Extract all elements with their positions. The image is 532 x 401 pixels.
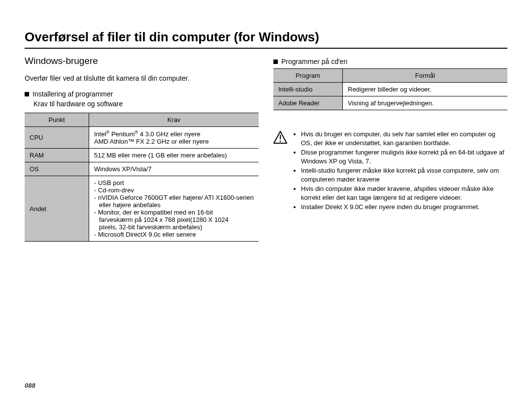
progs-header-purpose: Formål xyxy=(343,69,508,83)
list-item: Disse programmer fungerer muligvis ikke … xyxy=(301,148,507,165)
other-line: pixels, 32-bit farveskærm anbefales) xyxy=(94,223,254,231)
req-ram-label: RAM xyxy=(25,149,89,162)
page-number: 088 xyxy=(25,382,35,389)
cpu-spec: 4 3.0 GHz eller nyere xyxy=(138,130,200,138)
other-line: - Microsoft DirectX 9.0c eller senere xyxy=(94,231,254,238)
left-column: Windows-brugere Overfør filer ved at til… xyxy=(25,56,259,242)
table-row: CPU Intel® Pentium® 4 3.0 GHz eller nyer… xyxy=(25,127,259,149)
section-programs-on-cd: Programmer på cd'en xyxy=(273,58,507,65)
req-other-label: Andet xyxy=(25,176,89,242)
table-row: RAM 512 MB eller mere (1 GB eller mere a… xyxy=(25,149,259,162)
req-other-value: - USB port - Cd-rom-drev - nVIDIA Geforc… xyxy=(89,176,259,242)
svg-point-2 xyxy=(280,141,281,142)
other-line: farveskærm på 1024 x 768 pixel(1280 X 10… xyxy=(94,216,254,223)
table-header-row: Program Formål xyxy=(273,69,507,83)
warning-list: Hvis du bruger en computer, du selv har … xyxy=(293,130,507,213)
req-header-item: Punkt xyxy=(25,113,89,127)
requirements-table: Punkt Krav CPU Intel® Pentium® 4 3.0 GHz… xyxy=(25,113,259,242)
subtitle: Windows-brugere xyxy=(25,56,259,66)
other-line: - Cd-rom-drev xyxy=(94,186,254,194)
other-line: - Monitor, der er kompatibel med en 16-b… xyxy=(94,209,254,216)
prog-r1-label: Intelli-studio xyxy=(273,83,343,96)
req-os-value: Windows XP/Vista/7 xyxy=(89,162,259,176)
req-cpu-value: Intel® Pentium® 4 3.0 GHz eller nyere AM… xyxy=(89,127,259,149)
cpu-line2: AMD Athlon™ FX 2.2 GHz or eller nyere xyxy=(94,138,209,145)
table-header-row: Punkt Krav xyxy=(25,113,259,127)
warning-triangle-icon xyxy=(273,131,287,145)
section-install-subline: Krav til hardware og software xyxy=(33,100,259,108)
page-title: Overførsel af filer til din computer (fo… xyxy=(25,30,507,49)
document-page: Overførsel af filer til din computer (fo… xyxy=(0,0,532,401)
prog-r2-value: Visning af brugervejledningen. xyxy=(343,96,508,110)
table-row: OS Windows XP/Vista/7 xyxy=(25,162,259,176)
prog-r2-label: Adobe Reader xyxy=(273,96,343,110)
progs-header-program: Program xyxy=(273,69,343,83)
other-line: - USB port xyxy=(94,179,254,186)
section-install-label: Installering af programmer xyxy=(33,90,113,98)
section-progs-label: Programmer på cd'en xyxy=(281,58,347,65)
other-line: - nVIDIA Geforce 7600GT eller højere/ AT… xyxy=(94,194,254,209)
table-row: Intelli-studio Redigerer billeder og vid… xyxy=(273,83,507,96)
table-row: Adobe Reader Visning af brugervejledning… xyxy=(273,96,507,110)
prog-r1-value: Redigerer billeder og videoer. xyxy=(343,83,508,96)
req-ram-value: 512 MB eller mere (1 GB eller mere anbef… xyxy=(89,149,259,162)
intro-text: Overfør filer ved at tilslutte dit kamer… xyxy=(25,74,259,82)
cpu-brand: Intel xyxy=(94,130,106,138)
section-installing-programs: Installering af programmer xyxy=(25,90,259,98)
cpu-model: Pentium xyxy=(109,130,134,138)
programs-table: Program Formål Intelli-studio Redigerer … xyxy=(273,68,507,110)
bullet-square-icon xyxy=(273,60,278,64)
list-item: Hvis du bruger en computer, du selv har … xyxy=(301,130,507,147)
req-header-req: Krav xyxy=(89,113,259,127)
req-cpu-label: CPU xyxy=(25,127,89,149)
list-item: Intelli-studio fungerer måske ikke korre… xyxy=(301,166,507,184)
list-item: Installer Direkt X 9.0C eller nyere inde… xyxy=(301,203,507,212)
right-column: Programmer på cd'en Program Formål Intel… xyxy=(273,56,507,242)
two-column-layout: Windows-brugere Overfør filer ved at til… xyxy=(25,56,507,242)
bullet-square-icon xyxy=(25,92,29,96)
warning-box: Hvis du bruger en computer, du selv har … xyxy=(273,130,507,213)
list-item: Hvis din computer ikke møder kravene, af… xyxy=(301,185,507,202)
table-row: Andet - USB port - Cd-rom-drev - nVIDIA … xyxy=(25,176,259,242)
req-os-label: OS xyxy=(25,162,89,176)
